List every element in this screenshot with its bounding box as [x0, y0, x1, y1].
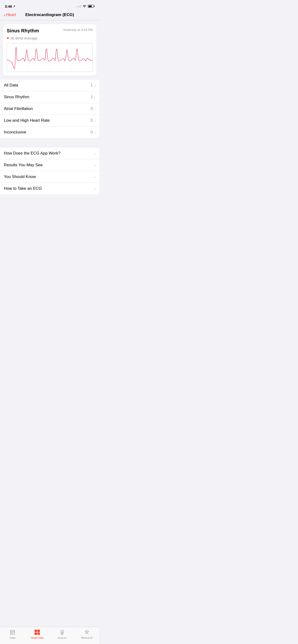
chevron-icon: › [94, 175, 95, 179]
info-label-results: Results You May See [4, 163, 43, 168]
location-icon: ↗ [13, 5, 15, 8]
battery-icon [88, 5, 95, 8]
ecg-timestamp: Yesterday at 4:43 PM [63, 28, 93, 32]
list-label-sinus-rhythm: Sinus Rhythm [4, 95, 29, 100]
list-right-afib: 0 › [91, 106, 95, 111]
info-item-results[interactable]: Results You May See › [0, 159, 99, 171]
chevron-icon: › [94, 163, 95, 167]
list-right-sinus-rhythm: 1 › [91, 95, 95, 100]
chevron-icon: › [94, 95, 95, 99]
count-all-data: 1 [91, 83, 93, 88]
bpm-display: ♥ 95 BPM Average [7, 36, 93, 40]
info-item-how-take[interactable]: How to Take an ECG › [0, 183, 99, 194]
list-label-afib: Atrial Fibrillation [4, 106, 33, 111]
list-item-afib[interactable]: Atrial Fibrillation 0 › [0, 103, 99, 115]
list-right-all-data: 1 › [91, 83, 95, 88]
data-list-section: All Data 1 › Sinus Rhythm 1 › Atrial Fib… [0, 80, 99, 138]
chevron-icon: › [94, 187, 95, 191]
count-inconclusive: 0 [91, 130, 93, 135]
main-content: Sinus Rhythm Yesterday at 4:43 PM ♥ 95 B… [0, 24, 99, 218]
chevron-icon: › [94, 130, 95, 134]
count-low-high-hr: 0 [91, 118, 93, 123]
list-item-sinus-rhythm[interactable]: Sinus Rhythm 1 › [0, 91, 99, 103]
section-gap [0, 140, 99, 148]
clock: 3:46 [5, 4, 12, 8]
back-chevron-icon: ‹ [4, 12, 6, 17]
chevron-icon: › [94, 84, 95, 88]
list-label-low-high-hr: Low and High Heart Rate [4, 118, 50, 123]
list-item-low-high-hr[interactable]: Low and High Heart Rate 0 › [0, 115, 99, 126]
status-icons [76, 4, 95, 8]
list-right-low-high-hr: 0 › [91, 118, 95, 123]
list-item-inconclusive[interactable]: Inconclusive 0 › [0, 126, 99, 138]
chevron-icon: › [94, 152, 95, 156]
info-label-how-take: How to Take an ECG [4, 186, 42, 191]
ecg-card-header: Sinus Rhythm Yesterday at 4:43 PM [7, 28, 93, 34]
list-item-all-data[interactable]: All Data 1 › [0, 80, 99, 91]
status-time: 3:46 ↗ [5, 4, 15, 8]
list-right-inconclusive: 0 › [91, 130, 95, 135]
bpm-label: 95 BPM Average [11, 36, 37, 40]
status-bar: 3:46 ↗ [0, 0, 99, 10]
signal-icon [76, 5, 81, 8]
count-sinus-rhythm: 1 [91, 95, 93, 100]
chevron-icon: › [94, 107, 95, 111]
info-item-how-works[interactable]: How Does the ECG App Work? › [0, 148, 99, 159]
count-afib: 0 [91, 106, 93, 111]
rhythm-title: Sinus Rhythm [7, 28, 39, 34]
info-list-section: How Does the ECG App Work? › Results You… [0, 148, 99, 194]
info-label-how-works: How Does the ECG App Work? [4, 151, 60, 156]
info-item-should-know[interactable]: You Should Know › [0, 171, 99, 183]
wifi-icon [83, 4, 86, 8]
list-label-inconclusive: Inconclusive [4, 130, 26, 135]
back-button[interactable]: ‹ Heart [4, 12, 16, 17]
info-label-should-know: You Should Know [4, 174, 36, 179]
chevron-icon: › [94, 118, 95, 123]
back-label: Heart [6, 12, 16, 17]
page-title: Electrocardiogram (ECG) [25, 12, 74, 17]
heart-icon: ♥ [7, 36, 9, 40]
nav-bar: ‹ Heart Electrocardiogram (ECG) [0, 10, 99, 20]
list-label-all-data: All Data [4, 83, 18, 88]
ecg-chart [7, 43, 93, 72]
ecg-card: Sinus Rhythm Yesterday at 4:43 PM ♥ 95 B… [3, 24, 96, 76]
